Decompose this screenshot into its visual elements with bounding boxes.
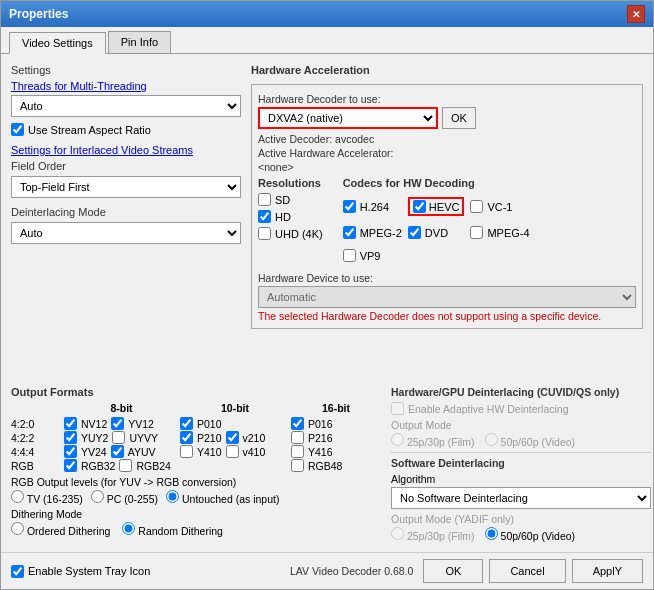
hw-50-60-label: 50p/60p (Video) — [485, 433, 575, 448]
rgb-untouched-label[interactable]: Untouched (as input) — [166, 490, 279, 505]
active-decoder-row: Active Decoder: avcodec — [258, 133, 636, 145]
res-hd: HD — [258, 210, 323, 223]
enable-hw-deint-label: Enable Adaptive HW Deinterlacing — [408, 403, 569, 415]
rgb32-checkbox[interactable] — [64, 459, 77, 472]
close-button[interactable]: ✕ — [627, 5, 645, 23]
output-formats-title: Output Formats — [11, 386, 381, 398]
sw-50-60-label: 50p/60p (Video) — [485, 527, 575, 542]
y416-checkbox[interactable] — [291, 445, 304, 458]
field-order-select[interactable]: Top-Field First Bottom-Field First Auto — [11, 176, 241, 198]
deint-mode-select[interactable]: Auto None Blend — [11, 222, 241, 244]
ordered-dithering-radio[interactable] — [11, 522, 24, 535]
sw-algo-select[interactable]: No Software Deinterlacing Blend Bob YADI… — [391, 487, 651, 509]
version-text: LAV Video Decoder 0.68.0 — [290, 565, 413, 577]
rgb-tv-radio[interactable] — [11, 490, 24, 503]
res-sd: SD — [258, 193, 323, 206]
row-422-10bit: P210 v210 — [180, 431, 290, 444]
row-420-10bit: P010 — [180, 417, 290, 430]
footer-right: LAV Video Decoder 0.68.0 OK Cancel ApplY — [290, 559, 643, 583]
use-stream-aspect-checkbox[interactable] — [11, 123, 24, 136]
rgb-levels-label: RGB Output levels (for YUV -> RGB conver… — [11, 476, 236, 488]
row-420-label: 4:2:0 — [11, 417, 63, 430]
enable-hw-deint-checkbox[interactable] — [391, 402, 404, 415]
decoder-select[interactable]: DXVA2 (native) DXVA2 (copy-back) CUVID N… — [258, 107, 438, 129]
ordered-dithering-label[interactable]: Ordered Dithering — [11, 522, 110, 537]
row-444-label: 4:4:4 — [11, 445, 63, 458]
sw-50-60-text: 50p/60p (Video) — [501, 530, 576, 542]
interlaced-label: Settings for Interlaced Video Streams — [11, 144, 241, 156]
y410-checkbox[interactable] — [180, 445, 193, 458]
rgb-levels-section: RGB Output levels (for YUV -> RGB conver… — [11, 476, 381, 505]
res-uhd-checkbox[interactable] — [258, 227, 271, 240]
top-section: Settings Threads for Multi-Threading Aut… — [11, 64, 643, 380]
title-bar-buttons: ✕ — [627, 5, 645, 23]
hw-accel-box: Hardware Decoder to use: DXVA2 (native) … — [251, 84, 643, 329]
yv12-checkbox[interactable] — [111, 417, 124, 430]
sw-50-60-radio[interactable] — [485, 527, 498, 540]
random-dithering-label[interactable]: Random Dithering — [122, 522, 223, 537]
sw-deint-section: Software Deinterlacing Algorithm No Soft… — [391, 457, 651, 542]
codec-mpeg2-checkbox[interactable] — [343, 226, 356, 239]
p210-checkbox[interactable] — [180, 431, 193, 444]
yv24-checkbox[interactable] — [64, 445, 77, 458]
sw-25-30-radio[interactable] — [391, 527, 404, 540]
p216-checkbox[interactable] — [291, 431, 304, 444]
rgb-untouched-radio[interactable] — [166, 490, 179, 503]
output-formats-section: Output Formats 8-bit 10-bit 16-bit 4:2:0… — [11, 386, 381, 542]
col-16bit: 16-bit — [291, 402, 381, 416]
sw-deint-title: Software Deinterlacing — [391, 457, 651, 469]
res-hd-checkbox[interactable] — [258, 210, 271, 223]
ok-button[interactable]: OK — [423, 559, 483, 583]
codec-vc1-checkbox[interactable] — [470, 200, 483, 213]
hw-device-select[interactable]: Automatic — [258, 286, 636, 308]
hw-25-30-text: 25p/30p (Film) — [407, 436, 475, 448]
rgb48-checkbox[interactable] — [291, 459, 304, 472]
row-rgb-16bit: RGB48 — [291, 459, 381, 472]
codec-mpeg4-checkbox[interactable] — [470, 226, 483, 239]
random-dithering-radio[interactable] — [122, 522, 135, 535]
col-8bit: 8-bit — [64, 402, 179, 416]
tab-pin-info[interactable]: Pin Info — [108, 31, 171, 53]
yuy2-checkbox[interactable] — [64, 431, 77, 444]
rgb-tv-label[interactable]: TV (16-235) — [11, 490, 83, 505]
col-10bit: 10-bit — [180, 402, 290, 416]
p016-checkbox[interactable] — [291, 417, 304, 430]
properties-window: Properties ✕ Video Settings Pin Info Set… — [0, 0, 654, 590]
v210-checkbox[interactable] — [226, 431, 239, 444]
codec-hevc-checkbox[interactable] — [413, 200, 426, 213]
tab-video-settings[interactable]: Video Settings — [9, 32, 106, 54]
p010-checkbox[interactable] — [180, 417, 193, 430]
ayuv-checkbox[interactable] — [111, 445, 124, 458]
rgb-pc-radio[interactable] — [91, 490, 104, 503]
res-sd-checkbox[interactable] — [258, 193, 271, 206]
row-422-8bit: YUY2 UYVY — [64, 431, 179, 444]
tray-icon-row: Enable System Tray Icon — [11, 565, 150, 578]
right-panel: Hardware Acceleration Hardware Decoder t… — [251, 64, 643, 380]
codecs-title: Codecs for HW Decoding — [343, 177, 530, 189]
threads-select[interactable]: Auto — [11, 95, 241, 117]
field-order-label: Field Order — [11, 160, 241, 172]
cancel-button[interactable]: Cancel — [489, 559, 565, 583]
enable-tray-label: Enable System Tray Icon — [28, 565, 150, 577]
rgb-pc-label[interactable]: PC (0-255) — [91, 490, 158, 505]
hw-25-30-radio[interactable] — [391, 433, 404, 446]
codec-vp9: VP9 — [343, 249, 402, 262]
dithering-section: Dithering Mode Ordered Dithering Random … — [11, 508, 381, 537]
uyvy-checkbox[interactable] — [112, 431, 125, 444]
codec-dvd: DVD — [408, 226, 465, 239]
enable-tray-checkbox[interactable] — [11, 565, 24, 578]
codec-hevc: HEVC — [408, 197, 465, 216]
codec-dvd-checkbox[interactable] — [408, 226, 421, 239]
hw-50-60-radio[interactable] — [485, 433, 498, 446]
active-hw-value: <none> — [258, 161, 636, 173]
sw-25-30-label: 25p/30p (Film) — [391, 527, 475, 542]
res-uhd: UHD (4K) — [258, 227, 323, 240]
decoder-ok-button[interactable]: OK — [442, 107, 476, 129]
v410-checkbox[interactable] — [226, 445, 239, 458]
nv12-checkbox[interactable] — [64, 417, 77, 430]
formats-table: 8-bit 10-bit 16-bit 4:2:0 NV12 YV12 P010… — [11, 402, 381, 472]
apply-button[interactable]: ApplY — [572, 559, 643, 583]
codec-vp9-checkbox[interactable] — [343, 249, 356, 262]
codec-h264-checkbox[interactable] — [343, 200, 356, 213]
rgb24-checkbox[interactable] — [119, 459, 132, 472]
